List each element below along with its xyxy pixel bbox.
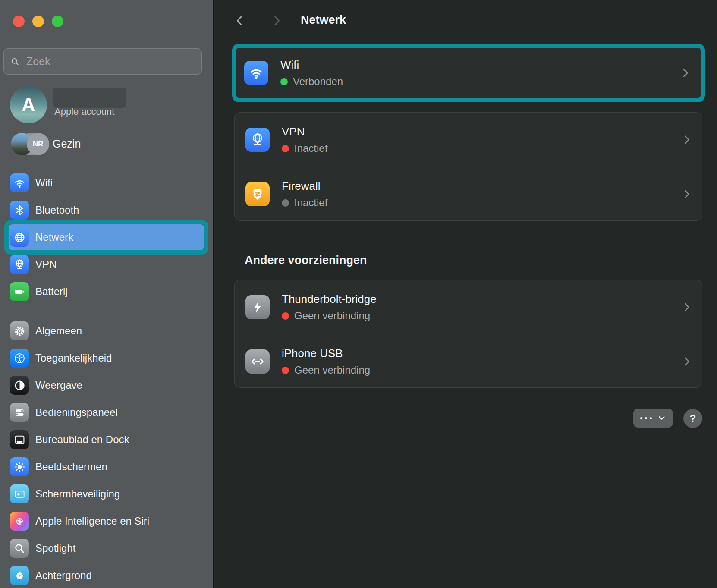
other-services-card: Thunderbolt-bridge Geen verbinding iPhon… [234, 280, 702, 388]
accessibility-icon [10, 349, 29, 368]
sidebar-item-gezin[interactable]: Gezin [53, 138, 81, 150]
gear-icon [10, 321, 29, 340]
apple-account-label[interactable]: Apple account [54, 106, 114, 117]
chevron-right-icon [681, 356, 692, 367]
sidebar-item-vpn[interactable]: VPN [0, 251, 213, 278]
bluetooth-icon [10, 201, 29, 220]
vpn-icon [10, 255, 29, 274]
vpn-row[interactable]: VPN Inactief [235, 113, 702, 167]
sidebar-item-label: VPN [35, 258, 57, 270]
row-label: Thunderbolt-bridge [282, 292, 377, 306]
sidebar-item-batterij[interactable]: Batterij [0, 278, 213, 305]
thunderbolt-icon [245, 295, 270, 319]
page-title: Netwerk [301, 13, 346, 27]
more-options-button[interactable] [633, 409, 673, 428]
minimize-window-button[interactable] [32, 16, 44, 27]
sidebar-item-toegankelijkheid[interactable]: Toegankelijkheid [0, 345, 213, 371]
avatar-initial: A [22, 94, 35, 116]
siri-rosette-icon [10, 512, 29, 531]
help-button[interactable]: ? [683, 409, 702, 428]
search-input[interactable] [25, 55, 195, 68]
iphone-usb-row[interactable]: iPhone USB Geen verbinding [235, 334, 702, 389]
sidebar-item-label: Bluetooth [35, 204, 79, 216]
status-text: Geen verbinding [294, 310, 370, 322]
iphone-usb-icon [245, 349, 270, 374]
sidebar-item-bureaublad-en-dock[interactable]: Bureaublad en Dock [0, 426, 213, 453]
network-globe-icon [10, 228, 29, 247]
chevron-right-icon [681, 134, 692, 145]
close-window-button[interactable] [13, 16, 25, 27]
sidebar-item-label: Beeldschermen [35, 461, 107, 473]
thunderbolt-bridge-row[interactable]: Thunderbolt-bridge Geen verbinding [235, 280, 702, 334]
status-text: Inactief [294, 142, 327, 154]
sidebar-item-label: Achtergrond [35, 569, 92, 582]
account-name-redacted [53, 88, 126, 108]
appearance-icon [10, 376, 29, 395]
sidebar-item-achtergrond[interactable]: Achtergrond [0, 562, 213, 588]
sidebar-item-label: Bedieningspaneel [35, 406, 118, 418]
family-avatar-initials[interactable]: NR [27, 133, 49, 155]
desktop-dock-icon [10, 430, 29, 449]
firewall-row[interactable]: Firewall Inactief [235, 167, 702, 221]
displays-sun-icon [10, 457, 29, 476]
sidebar-item-label: Spotlight [35, 542, 75, 554]
sidebar-item-label: Algemeen [35, 325, 82, 337]
status-dot-red [282, 367, 289, 374]
sidebar-item-label: Weergave [35, 379, 82, 391]
sidebar-item-algemeen[interactable]: Algemeen [0, 318, 213, 344]
wallpaper-flower-icon [10, 566, 29, 585]
sidebar-item-label: Wifi [35, 177, 53, 189]
section-title: Andere voorzieningen [245, 254, 367, 267]
spotlight-magnifier-icon [10, 539, 29, 558]
row-label: iPhone USB [282, 347, 370, 360]
annotation-box-wifi [232, 44, 705, 102]
battery-icon [10, 282, 29, 301]
vpn-icon [245, 128, 270, 152]
wifi-icon [10, 173, 29, 192]
control-center-icon [10, 403, 29, 422]
sidebar-item-label: Apple Intelligence en Siri [35, 515, 149, 527]
ellipsis-icon [640, 417, 642, 419]
sidebar-item-label: Toegankelijkheid [35, 352, 112, 364]
network-services-card: VPN Inactief Firewall Inactief [234, 112, 702, 221]
sidebar-item-schermbeveiliging[interactable]: Schermbeveiliging [0, 481, 213, 507]
sidebar-item-label: Netwerk [35, 231, 73, 243]
sidebar-item-netwerk[interactable]: Netwerk [0, 224, 213, 251]
sidebar-item-apple-intelligence-siri[interactable]: Apple Intelligence en Siri [0, 508, 213, 535]
chevron-right-icon [681, 302, 692, 313]
search-icon [10, 57, 20, 67]
chevron-right-icon [681, 189, 692, 200]
sidebar-item-bedieningspaneel[interactable]: Bedieningspaneel [0, 399, 213, 426]
zoom-window-button[interactable] [52, 16, 63, 27]
sidebar-item-label: Batterij [35, 286, 68, 298]
status-dot-gray [282, 199, 289, 207]
sidebar-item-label: Bureaublad en Dock [35, 434, 129, 446]
sidebar-item-label: Schermbeveiliging [35, 488, 120, 500]
back-chevron-icon[interactable] [233, 14, 246, 27]
screensaver-icon [10, 484, 29, 503]
search-field[interactable] [3, 48, 202, 75]
forward-chevron-icon[interactable] [270, 14, 283, 27]
sidebar-item-spotlight[interactable]: Spotlight [0, 535, 213, 562]
sidebar-item-weergave[interactable]: Weergave [0, 372, 213, 399]
sidebar: A Apple account NR Gezin Wifi Bluetooth … [0, 0, 214, 588]
status-text: Inactief [294, 197, 327, 209]
status-dot-red [282, 145, 289, 152]
sidebar-item-bluetooth[interactable]: Bluetooth [0, 197, 213, 223]
firewall-shield-icon [245, 182, 270, 206]
chevron-down-icon [657, 413, 667, 423]
row-label: Firewall [282, 179, 327, 193]
status-dot-red [282, 312, 289, 320]
status-text: Geen verbinding [294, 364, 370, 376]
sidebar-item-wifi[interactable]: Wifi [0, 170, 213, 196]
row-label: VPN [282, 125, 327, 138]
sidebar-item-beeldschermen[interactable]: Beeldschermen [0, 453, 213, 480]
apple-account-avatar[interactable]: A [10, 86, 47, 123]
